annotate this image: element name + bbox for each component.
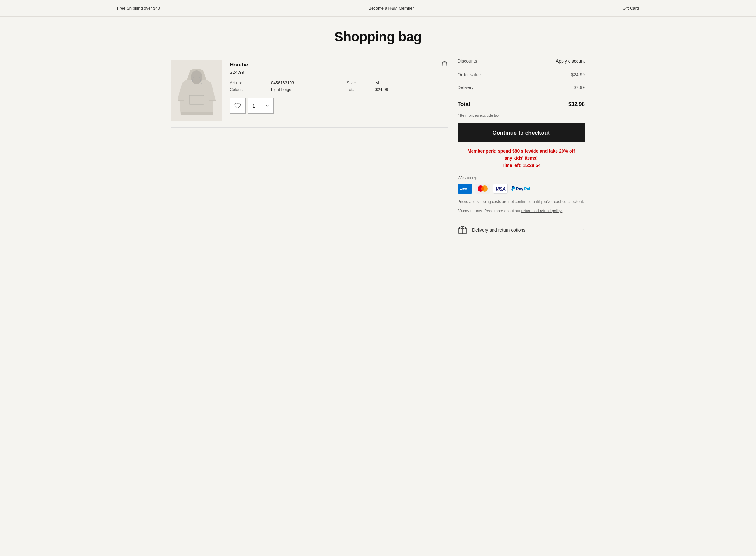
item-details: Hoodie $24.99 Art no: 0456163103 Size: M…: [230, 61, 448, 113]
chevron-right-icon: ›: [583, 227, 585, 233]
cart-section: Hoodie $24.99 Art no: 0456163103 Size: M…: [171, 54, 448, 128]
paypal-logo-icon: [511, 186, 515, 191]
art-no-value: 0456163103: [271, 80, 344, 85]
item-meta: Art no: 0456163103 Size: M Colour: Light…: [230, 80, 448, 92]
page-title-section: Shopping bag: [0, 16, 756, 54]
svg-point-0: [191, 70, 202, 84]
size-label: Size:: [347, 80, 372, 85]
order-value-label: Order value: [457, 72, 481, 77]
visa-icon: VISA: [493, 183, 508, 194]
chevron-down-icon: [265, 103, 270, 108]
svg-text:AMEX: AMEX: [460, 188, 467, 190]
time-left-value: 15:28:54: [523, 163, 541, 168]
member-perk-line1: Member perk: spend $80 sitewide and take…: [457, 148, 585, 154]
member-perk-line2: any kids' items!: [457, 154, 585, 162]
item-actions: 1: [230, 98, 448, 113]
top-banner: Free Shipping over $40 Become a H&M Memb…: [0, 0, 756, 16]
delivery-label: Delivery: [457, 85, 474, 90]
total-value: $32.98: [568, 101, 585, 107]
order-summary: Discounts Apply discount Order value $24…: [457, 54, 585, 242]
delivery-box-icon: [457, 225, 468, 235]
delete-button[interactable]: [441, 61, 448, 68]
order-value: $24.99: [571, 72, 585, 77]
returns-note: 30-day returns. Read more about our retu…: [457, 208, 585, 214]
hoodie-illustration: [176, 65, 217, 116]
svg-rect-6: [209, 100, 216, 101]
delivery-row: Delivery $7.99: [457, 81, 585, 94]
member-perk: Member perk: spend $80 sitewide and take…: [457, 148, 585, 169]
payment-icons: AMEX VISA: [457, 183, 585, 194]
product-image: [171, 61, 222, 121]
gift-card-text: Gift Card: [622, 6, 639, 10]
member-perk-time: Time left: 15:28:54: [457, 162, 585, 169]
apply-discount-link[interactable]: Apply discount: [556, 59, 585, 64]
total-label: Total: [457, 101, 470, 107]
cart-item: Hoodie $24.99 Art no: 0456163103 Size: M…: [171, 54, 448, 128]
quantity-selector[interactable]: 1: [248, 98, 274, 113]
mastercard-card-icon: [475, 183, 490, 194]
amex-card-icon: AMEX: [459, 185, 471, 193]
colour-label: Colour:: [230, 87, 268, 92]
delivery-options-label: Delivery and return options: [472, 228, 525, 233]
discounts-label: Discounts: [457, 59, 477, 64]
checkout-button[interactable]: Continue to checkout: [457, 124, 585, 142]
order-value-row: Order value $24.99: [457, 68, 585, 81]
page-title: Shopping bag: [6, 29, 750, 44]
trash-icon: [441, 61, 448, 67]
discounts-row: Discounts Apply discount: [457, 54, 585, 68]
we-accept-section: We accept AMEX: [457, 175, 585, 194]
svg-rect-4: [181, 112, 212, 114]
total-label: Total:: [347, 87, 372, 92]
prices-note: Prices and shipping costs are not confir…: [457, 199, 585, 205]
main-layout: Hoodie $24.99 Art no: 0456163103 Size: M…: [165, 54, 591, 261]
time-left-label: Time left:: [502, 163, 521, 168]
art-no-label: Art no:: [230, 80, 268, 85]
item-name: Hoodie: [230, 62, 448, 68]
quantity-value: 1: [252, 103, 255, 108]
colour-value: Light beige: [271, 87, 344, 92]
delivery-options-left: Delivery and return options: [457, 225, 525, 235]
tax-note: * Item prices exclude tax: [457, 113, 585, 118]
free-shipping-text: Free Shipping over $40: [117, 6, 160, 10]
summary-divider: [457, 95, 585, 96]
item-price: $24.99: [230, 69, 448, 75]
size-value: M: [375, 80, 448, 85]
total-value: $24.99: [375, 87, 448, 92]
return-policy-link[interactable]: return and refund policy.: [521, 209, 562, 213]
delivery-options-row[interactable]: Delivery and return options ›: [457, 217, 585, 242]
amex-icon: AMEX: [457, 183, 472, 194]
member-text: Become a H&M Member: [369, 6, 414, 10]
total-row: Total $32.98: [457, 97, 585, 112]
wishlist-button[interactable]: [230, 98, 246, 113]
paypal-icon: PayPal: [511, 186, 530, 191]
mastercard-icon: [475, 183, 490, 194]
heart-icon: [235, 102, 241, 109]
we-accept-label: We accept: [457, 175, 585, 180]
delivery-value: $7.99: [574, 85, 585, 90]
svg-rect-5: [177, 100, 184, 101]
